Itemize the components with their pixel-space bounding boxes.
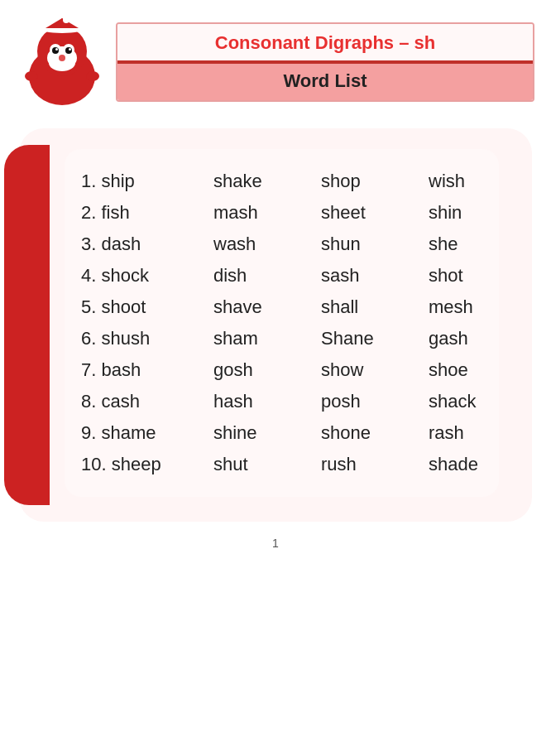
word-row: 7. bashgoshshowshoe (81, 354, 474, 386)
word-list-inner: 1. shipshakeshopwish2. fishmashsheetshin… (65, 149, 499, 497)
title-highlight: sh (414, 32, 436, 53)
word-cell-2: shut (213, 454, 321, 475)
word-cell-3: show (321, 359, 429, 381)
svg-point-14 (59, 55, 65, 61)
word-cell-2: dish (213, 265, 321, 287)
word-cell-4: shin (429, 202, 520, 224)
word-num-word: 5. shoot (81, 296, 213, 318)
svg-point-15 (25, 71, 38, 81)
title-top: Consonant Digraphs – sh (117, 24, 533, 60)
svg-point-13 (63, 17, 69, 23)
word-num-word: 1. ship (81, 171, 213, 192)
word-cell-2: wash (213, 234, 321, 255)
word-cell-2: shine (213, 422, 321, 444)
word-num-word: 8. cash (81, 391, 213, 412)
word-cell-3: shall (321, 296, 429, 318)
word-cell-4: shoe (429, 359, 520, 381)
word-row: 9. shameshineshonerash (81, 417, 474, 449)
word-cell-4: shade (429, 454, 520, 475)
word-num-word: 4. shock (81, 265, 213, 287)
word-num-word: 9. shame (81, 422, 213, 444)
word-cell-3: sheet (321, 202, 429, 224)
word-row: 3. dashwashshunshe (81, 229, 474, 260)
word-cell-3: sash (321, 265, 429, 287)
title-subtitle: Word List (117, 64, 533, 100)
word-cell-4: wish (429, 171, 520, 192)
word-num-word: 7. bash (81, 359, 213, 381)
mascot (17, 17, 108, 108)
word-row: 10. sheepshutrushshade (81, 449, 474, 480)
word-num-word: 2. fish (81, 202, 213, 224)
word-cell-4: she (429, 234, 520, 255)
word-list-container: 1. shipshakeshopwish2. fishmashsheetshin… (19, 128, 532, 522)
svg-point-5 (52, 47, 59, 54)
word-cell-2: hash (213, 391, 321, 412)
word-cell-2: gosh (213, 359, 321, 381)
title-box: Consonant Digraphs – sh Word List (116, 22, 534, 102)
word-num-word: 6. shush (81, 328, 213, 349)
word-cell-4: shot (429, 265, 520, 287)
word-cell-3: Shane (321, 328, 429, 349)
svg-point-6 (65, 47, 72, 54)
word-cell-2: mash (213, 202, 321, 224)
svg-point-8 (69, 48, 71, 51)
word-cell-3: rush (321, 454, 429, 475)
word-cell-4: rash (429, 422, 520, 444)
word-row: 1. shipshakeshopwish (81, 166, 474, 197)
word-cell-4: mesh (429, 296, 520, 318)
word-num-word: 3. dash (81, 234, 213, 255)
word-row: 6. shushshamShanegash (81, 323, 474, 354)
word-row: 8. cashhashposhshack (81, 386, 474, 417)
word-row: 4. shockdishsashshot (81, 260, 474, 291)
word-cell-4: shack (429, 391, 520, 412)
word-cell-4: gash (429, 328, 520, 349)
word-cell-2: shake (213, 171, 321, 192)
svg-point-16 (86, 71, 99, 81)
svg-point-7 (55, 48, 58, 51)
word-cell-3: shone (321, 422, 429, 444)
word-cell-3: shun (321, 234, 429, 255)
word-cell-3: posh (321, 391, 429, 412)
word-num-word: 10. sheep (81, 454, 213, 475)
word-row: 5. shootshaveshallmesh (81, 291, 474, 323)
title-text: Consonant Digraphs – (215, 32, 414, 53)
page-number: 1 (272, 537, 279, 550)
word-cell-2: shave (213, 296, 321, 318)
word-cell-3: shop (321, 171, 429, 192)
word-cell-2: sham (213, 328, 321, 349)
word-row: 2. fishmashsheetshin (81, 197, 474, 229)
header-area: Consonant Digraphs – sh Word List (17, 17, 534, 108)
